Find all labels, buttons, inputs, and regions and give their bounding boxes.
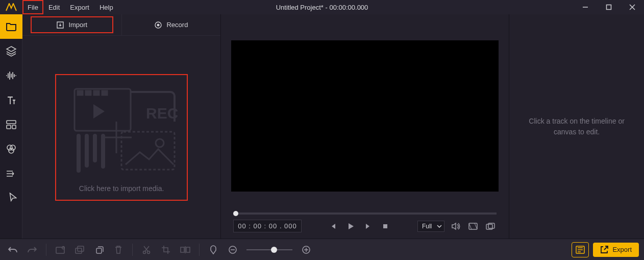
fullscreen-button[interactable] <box>484 220 497 232</box>
preview-progress[interactable] <box>233 212 497 215</box>
zoom-slider[interactable] <box>246 249 292 250</box>
separator <box>46 244 46 256</box>
svg-point-11 <box>157 23 160 26</box>
svg-text:REC: REC <box>146 105 178 122</box>
svg-rect-14 <box>86 91 91 95</box>
svg-rect-37 <box>181 247 184 252</box>
svg-point-8 <box>10 145 15 150</box>
tab-import[interactable]: Import <box>22 14 121 35</box>
menubar: File Edit Export Help Untitled Project* … <box>0 0 644 14</box>
split-button[interactable] <box>178 242 193 257</box>
rail-transitions-icon[interactable] <box>0 161 22 186</box>
media-tabs: Import Record <box>22 14 220 36</box>
menu-file[interactable]: File <box>22 0 43 14</box>
svg-rect-1 <box>607 5 611 10</box>
view-mode-select[interactable]: Full <box>417 221 444 232</box>
rail-audio-icon[interactable] <box>0 63 22 88</box>
export-button-label: Export <box>612 246 632 253</box>
svg-rect-38 <box>186 247 190 252</box>
svg-rect-16 <box>102 91 107 95</box>
save-draft-button[interactable] <box>572 242 589 257</box>
svg-rect-15 <box>94 91 99 95</box>
svg-point-23 <box>156 139 164 147</box>
progress-handle-icon[interactable] <box>233 211 238 216</box>
export-button[interactable]: Export <box>593 243 639 257</box>
rail-layout-icon[interactable] <box>0 112 22 137</box>
play-button[interactable] <box>344 220 357 232</box>
rail-elements-icon[interactable] <box>0 186 22 210</box>
prev-frame-button[interactable] <box>327 220 339 232</box>
redo-button[interactable] <box>24 242 40 257</box>
rail-media-icon[interactable] <box>0 14 22 39</box>
view-mode-label: Full <box>422 223 432 230</box>
zoom-out-button[interactable] <box>225 242 240 257</box>
left-rail <box>0 14 22 239</box>
media-body: REC Click here to import media. <box>22 36 220 239</box>
export-icon <box>600 246 608 254</box>
tab-record[interactable]: Record <box>122 14 221 35</box>
zoom-in-button[interactable] <box>299 242 314 257</box>
window-title: Untitled Project* - 00:00:00.000 <box>276 4 368 11</box>
toolbar-btn-3[interactable] <box>91 242 107 257</box>
preview-controls: 00 : 00 : 00 . 000 <box>221 212 509 239</box>
rail-layers-icon[interactable] <box>0 39 22 63</box>
volume-button[interactable] <box>450 220 462 232</box>
svg-rect-6 <box>12 125 16 129</box>
marker-button[interactable] <box>206 242 221 257</box>
preview-controls-row: 00 : 00 : 00 . 000 <box>233 220 497 232</box>
dropzone-illustration-icon: REC <box>60 80 183 181</box>
toolbar-btn-1[interactable] <box>53 242 68 257</box>
preview-timecode: 00 : 00 : 00 . 000 <box>233 220 302 232</box>
maximize-button[interactable] <box>597 0 621 14</box>
dropzone-text: Click here to import media. <box>79 184 164 193</box>
import-dropzone[interactable]: REC Click here to import media. <box>55 74 188 201</box>
snapshot-button[interactable] <box>467 220 479 232</box>
svg-rect-34 <box>96 248 102 253</box>
app-logo-icon <box>0 0 22 14</box>
app-root: File Edit Export Help Untitled Project* … <box>0 0 644 260</box>
minimize-button[interactable] <box>574 0 597 14</box>
preview-panel: 00 : 00 : 00 . 000 <box>221 14 509 239</box>
tab-record-label: Record <box>166 21 188 29</box>
menu-edit[interactable]: Edit <box>43 0 65 14</box>
svg-point-9 <box>9 148 14 153</box>
rail-text-icon[interactable] <box>0 88 22 112</box>
undo-button[interactable] <box>5 242 20 257</box>
import-icon <box>56 21 64 29</box>
svg-rect-13 <box>78 91 83 95</box>
toolbar-btn-2[interactable] <box>72 242 87 257</box>
svg-rect-32 <box>76 248 82 253</box>
svg-rect-26 <box>383 224 387 228</box>
next-frame-button[interactable] <box>362 220 374 232</box>
preview-canvas-wrap <box>221 14 509 212</box>
svg-rect-5 <box>7 125 11 129</box>
bottom-toolbar: Export <box>0 239 644 260</box>
separator <box>199 244 200 256</box>
stop-button[interactable] <box>379 220 391 232</box>
cut-button[interactable] <box>139 242 154 257</box>
tab-import-label: Import <box>68 21 87 29</box>
svg-rect-4 <box>7 121 16 124</box>
record-icon <box>154 21 162 29</box>
crop-button[interactable] <box>158 242 174 257</box>
menu-export[interactable]: Export <box>65 0 94 14</box>
media-panel: Import Record <box>22 14 221 239</box>
inspector-message: Click a track on the timeline or canvas … <box>529 116 625 137</box>
rail-filters-icon[interactable] <box>0 137 22 161</box>
close-button[interactable] <box>621 0 644 14</box>
window-controls <box>574 0 644 14</box>
delete-button[interactable] <box>111 242 126 257</box>
svg-rect-30 <box>56 247 64 253</box>
zoom-handle-icon[interactable] <box>271 247 277 253</box>
svg-rect-33 <box>78 246 84 251</box>
inspector-panel: Click a track on the timeline or canvas … <box>509 14 644 239</box>
separator <box>132 244 133 256</box>
menu-help[interactable]: Help <box>94 0 118 14</box>
main-area: Import Record <box>0 14 644 239</box>
preview-canvas[interactable] <box>231 40 499 192</box>
chevron-down-icon <box>437 224 442 229</box>
